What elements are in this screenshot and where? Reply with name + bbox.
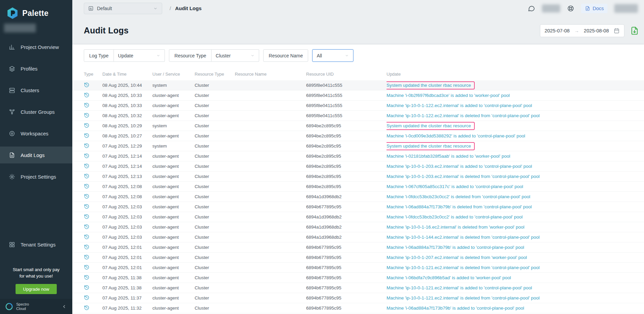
cell-user-service: system: [152, 83, 195, 88]
update-link[interactable]: Machine 'ip-10-0-1-144.ec2.internal' is …: [387, 235, 540, 240]
update-link[interactable]: System updated the cluster rbac resource: [387, 123, 471, 128]
table-row: 08 Aug 2025, 10:32cluster-agentCluster68…: [72, 111, 644, 121]
download-csv-icon[interactable]: [630, 26, 639, 36]
column-header-resource-name: Resource Name: [235, 72, 306, 77]
sidebar-item-workspaces[interactable]: Workspaces: [0, 125, 72, 142]
cell-resource-type: Cluster: [195, 83, 235, 88]
history-icon[interactable]: [84, 264, 90, 270]
sidebar-collapse-icon[interactable]: [61, 304, 67, 309]
sidebar-item-clusters[interactable]: Clusters: [0, 82, 72, 99]
chat-icon[interactable]: [528, 5, 535, 12]
cell-update: System updated the cluster rbac resource: [387, 81, 635, 89]
cell-update: Machine 'i-0cd009e3dd5388292' is added t…: [387, 133, 635, 138]
date-to[interactable]: 2025-08-08: [584, 28, 609, 33]
update-link[interactable]: Machine 'ip-10-0-1-207.ec2.internal' is …: [387, 255, 527, 260]
update-link[interactable]: Machine 'i-06bdfa7c9c896b5ad' is added t…: [387, 275, 511, 280]
date-from[interactable]: 2025-07-08: [545, 28, 570, 33]
sidebar-item-project-settings[interactable]: Project Settings: [0, 168, 72, 185]
update-link[interactable]: Machine 'ip-10-0-1-122.ec2.internal' is …: [387, 113, 540, 118]
cell-update: System updated the cluster rbac resource: [387, 122, 635, 130]
resource-name-label: Resource Name: [263, 49, 308, 62]
column-header-update: Update: [387, 72, 635, 77]
help-ring-icon[interactable]: [567, 5, 574, 12]
update-link[interactable]: Machine 'ip-10-0-1-121.ec2.internal' is …: [387, 295, 540, 300]
cell-update: Machine 'i-06ad884a7f173b79b' is added t…: [387, 245, 635, 250]
update-link[interactable]: Machine 'ip-10-0-1-121.ec2.internal' is …: [387, 285, 532, 290]
cell-resource-uid: 6894b677895c95: [306, 306, 387, 311]
history-icon[interactable]: [84, 102, 90, 108]
docs-button[interactable]: Docs: [581, 4, 608, 13]
update-link[interactable]: System updated the cluster rbac resource: [387, 143, 471, 149]
history-icon[interactable]: [84, 214, 90, 219]
table-row: 07 Aug 2025, 12:01cluster-agentCluster68…: [72, 253, 644, 263]
table-row: 07 Aug 2025, 12:08cluster-agentCluster68…: [72, 192, 644, 202]
project-selector[interactable]: Default: [84, 3, 162, 14]
history-icon[interactable]: [84, 92, 90, 98]
date-range-picker[interactable]: 2025-07-08 → 2025-08-08: [540, 24, 624, 37]
overview-icon: [9, 44, 15, 50]
update-link[interactable]: Machine 'ip-10-0-1-203.ec2.internal' is …: [387, 164, 532, 169]
sidebar-item-cluster-groups[interactable]: Cluster Groups: [0, 103, 72, 120]
update-link[interactable]: Machine 'i-06ad884a7f173b79b' is added t…: [387, 245, 524, 250]
history-icon[interactable]: [84, 244, 90, 250]
update-link[interactable]: Machine 'i-0fdcc53bcb23c0cc2' is added t…: [387, 214, 523, 219]
cell-resource-type: Cluster: [195, 235, 235, 240]
history-icon[interactable]: [84, 112, 90, 118]
cell-user-service: cluster-agent: [152, 306, 195, 311]
history-icon[interactable]: [84, 274, 90, 280]
history-icon[interactable]: [84, 82, 90, 88]
project-selector-value: Default: [97, 6, 150, 11]
brand[interactable]: Palette: [0, 0, 72, 20]
update-link[interactable]: Machine 'ip-10-0-1-122.ec2.internal' is …: [387, 103, 532, 108]
history-icon[interactable]: [84, 153, 90, 159]
sidebar-spacer: [0, 190, 72, 236]
cell-user-service: system: [152, 123, 195, 128]
history-icon[interactable]: [84, 133, 90, 138]
history-icon[interactable]: [84, 173, 90, 179]
history-icon[interactable]: [84, 204, 90, 209]
cell-update: Machine 'ip-10-0-1-144.ec2.internal' is …: [387, 235, 635, 240]
history-icon[interactable]: [84, 163, 90, 169]
history-icon[interactable]: [84, 224, 90, 230]
update-link[interactable]: Machine 'ip-10-0-1-16.ec2.internal' is d…: [387, 225, 524, 230]
history-icon[interactable]: [84, 305, 90, 311]
history-icon[interactable]: [84, 183, 90, 189]
cell-user-service: cluster-agent: [152, 295, 195, 300]
sidebar-item-audit-logs[interactable]: Audit Logs: [0, 147, 72, 163]
history-icon[interactable]: [84, 295, 90, 300]
sidebar-item-tenant-settings[interactable]: Tenant Settings: [0, 236, 72, 253]
update-link[interactable]: Machine 'i-0b2f697f6dbcad3ce' is added t…: [387, 93, 510, 98]
upgrade-now-button[interactable]: Upgrade now: [16, 284, 57, 294]
update-link[interactable]: Machine 'ip-10-0-1-203.ec2.internal' is …: [387, 174, 540, 179]
sidebar-item-profiles[interactable]: Profiles: [0, 60, 72, 77]
resource-name-select[interactable]: All: [312, 49, 353, 62]
update-link[interactable]: Machine 'ip-10-0-1-121.ec2.internal' is …: [387, 265, 540, 270]
chevron-down-icon: [250, 53, 255, 58]
cell-user-service: cluster-agent: [152, 255, 195, 260]
history-icon[interactable]: [84, 285, 90, 290]
update-link[interactable]: Machine 'i-06ad884a7f173b79b' is added t…: [387, 306, 524, 311]
history-icon[interactable]: [84, 193, 90, 199]
cell-datetime: 07 Aug 2025, 12:01: [102, 265, 152, 270]
cell-resource-type: Cluster: [195, 275, 235, 280]
update-link[interactable]: Machine 'i-06ad884a7f173b79b' is deleted…: [387, 204, 532, 209]
cell-datetime: 07 Aug 2025, 12:08: [102, 194, 152, 199]
log-type-filter: Log Type Update: [84, 49, 165, 62]
update-link[interactable]: Machine 'i-02181bfab328f5aab' is added t…: [387, 154, 510, 159]
resource-type-select[interactable]: Cluster: [212, 49, 259, 62]
chevron-down-icon: [153, 6, 158, 11]
cell-resource-type: Cluster: [195, 93, 235, 98]
history-icon[interactable]: [84, 254, 90, 260]
history-icon[interactable]: [84, 234, 90, 240]
sidebar-item-project-overview[interactable]: Project Overview: [0, 38, 72, 55]
log-type-select[interactable]: Update: [114, 49, 165, 62]
update-link[interactable]: Machine 'i-067cf605a85cc317c' is added t…: [387, 184, 523, 189]
update-link[interactable]: System updated the cluster rbac resource: [387, 83, 471, 88]
update-link[interactable]: Machine 'i-0fdcc53bcb23c0cc2' is deleted…: [387, 194, 530, 199]
update-link[interactable]: Machine 'i-0cd009e3dd5388292' is added t…: [387, 133, 525, 138]
cell-resource-uid: 6894b677895c95: [306, 204, 387, 209]
history-icon[interactable]: [84, 123, 90, 128]
sidebar-item-label: Cluster Groups: [21, 109, 55, 115]
history-icon[interactable]: [84, 143, 90, 149]
promo-line-1: Start small and only pay: [0, 266, 72, 273]
